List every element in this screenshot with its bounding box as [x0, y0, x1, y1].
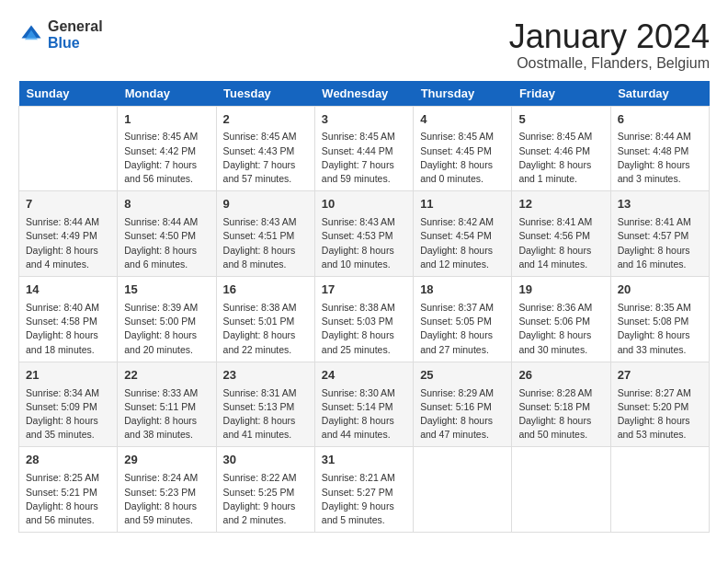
day-details: Sunrise: 8:43 AM Sunset: 4:53 PM Dayligh… — [322, 215, 406, 271]
calendar-cell: 25Sunrise: 8:29 AM Sunset: 5:16 PM Dayli… — [414, 362, 512, 447]
calendar-cell: 19Sunrise: 8:36 AM Sunset: 5:06 PM Dayli… — [512, 277, 610, 362]
calendar-cell: 22Sunrise: 8:33 AM Sunset: 5:11 PM Dayli… — [118, 362, 216, 447]
calendar-cell: 13Sunrise: 8:41 AM Sunset: 4:57 PM Dayli… — [610, 191, 709, 277]
day-details: Sunrise: 8:38 AM Sunset: 5:01 PM Dayligh… — [223, 301, 308, 357]
day-details: Sunrise: 8:27 AM Sunset: 5:20 PM Dayligh… — [618, 386, 702, 442]
day-number: 30 — [223, 452, 308, 469]
day-number: 17 — [322, 282, 406, 299]
day-details: Sunrise: 8:45 AM Sunset: 4:44 PM Dayligh… — [322, 130, 406, 186]
day-details: Sunrise: 8:37 AM Sunset: 5:05 PM Dayligh… — [420, 301, 505, 357]
week-row-1: 1Sunrise: 8:45 AM Sunset: 4:42 PM Daylig… — [19, 106, 710, 191]
day-details: Sunrise: 8:45 AM Sunset: 4:45 PM Dayligh… — [420, 130, 505, 186]
day-details: Sunrise: 8:42 AM Sunset: 4:54 PM Dayligh… — [420, 215, 505, 271]
calendar-body: 1Sunrise: 8:45 AM Sunset: 4:42 PM Daylig… — [19, 106, 710, 533]
day-details: Sunrise: 8:35 AM Sunset: 5:08 PM Dayligh… — [618, 301, 702, 357]
calendar-cell: 31Sunrise: 8:21 AM Sunset: 5:27 PM Dayli… — [314, 447, 413, 533]
week-row-2: 7Sunrise: 8:44 AM Sunset: 4:49 PM Daylig… — [19, 191, 710, 277]
day-details: Sunrise: 8:22 AM Sunset: 5:25 PM Dayligh… — [223, 471, 308, 527]
week-row-4: 21Sunrise: 8:34 AM Sunset: 5:09 PM Dayli… — [19, 362, 710, 447]
header-day-friday: Friday — [512, 81, 610, 107]
month-title: January 2024 — [509, 18, 710, 55]
day-details: Sunrise: 8:33 AM Sunset: 5:11 PM Dayligh… — [124, 386, 209, 442]
calendar-cell: 28Sunrise: 8:25 AM Sunset: 5:21 PM Dayli… — [19, 447, 118, 533]
calendar-cell — [610, 447, 709, 533]
day-number: 29 — [124, 452, 209, 469]
day-number: 5 — [518, 111, 603, 129]
calendar-cell: 26Sunrise: 8:28 AM Sunset: 5:18 PM Dayli… — [512, 362, 610, 447]
day-details: Sunrise: 8:38 AM Sunset: 5:03 PM Dayligh… — [322, 301, 406, 357]
header-day-tuesday: Tuesday — [216, 81, 314, 107]
header-row: SundayMondayTuesdayWednesdayThursdayFrid… — [19, 81, 710, 107]
week-row-3: 14Sunrise: 8:40 AM Sunset: 4:58 PM Dayli… — [19, 277, 710, 362]
day-number: 4 — [420, 111, 505, 129]
day-number: 28 — [26, 452, 110, 469]
calendar-cell: 15Sunrise: 8:39 AM Sunset: 5:00 PM Dayli… — [118, 277, 216, 362]
logo-icon — [18, 22, 44, 48]
calendar-cell — [414, 447, 512, 533]
calendar-cell: 23Sunrise: 8:31 AM Sunset: 5:13 PM Dayli… — [216, 362, 314, 447]
day-number: 7 — [26, 196, 110, 213]
day-details: Sunrise: 8:29 AM Sunset: 5:16 PM Dayligh… — [420, 386, 505, 442]
week-row-5: 28Sunrise: 8:25 AM Sunset: 5:21 PM Dayli… — [19, 447, 710, 533]
day-details: Sunrise: 8:43 AM Sunset: 4:51 PM Dayligh… — [223, 215, 308, 271]
header-day-monday: Monday — [118, 81, 216, 107]
day-number: 2 — [223, 111, 308, 129]
calendar-cell: 18Sunrise: 8:37 AM Sunset: 5:05 PM Dayli… — [414, 277, 512, 362]
calendar-cell: 4Sunrise: 8:45 AM Sunset: 4:45 PM Daylig… — [414, 106, 512, 191]
calendar-cell: 20Sunrise: 8:35 AM Sunset: 5:08 PM Dayli… — [610, 277, 709, 362]
calendar-cell: 16Sunrise: 8:38 AM Sunset: 5:01 PM Dayli… — [216, 277, 314, 362]
calendar-header: SundayMondayTuesdayWednesdayThursdayFrid… — [19, 81, 710, 107]
day-number: 10 — [322, 196, 406, 213]
calendar-cell: 17Sunrise: 8:38 AM Sunset: 5:03 PM Dayli… — [314, 277, 413, 362]
calendar-cell: 24Sunrise: 8:30 AM Sunset: 5:14 PM Dayli… — [314, 362, 413, 447]
day-details: Sunrise: 8:39 AM Sunset: 5:00 PM Dayligh… — [124, 301, 209, 357]
day-number: 31 — [322, 452, 406, 469]
header-day-sunday: Sunday — [19, 81, 118, 107]
day-details: Sunrise: 8:31 AM Sunset: 5:13 PM Dayligh… — [223, 386, 308, 442]
calendar-cell: 6Sunrise: 8:44 AM Sunset: 4:48 PM Daylig… — [610, 106, 709, 191]
day-details: Sunrise: 8:45 AM Sunset: 4:46 PM Dayligh… — [518, 130, 603, 186]
day-number: 14 — [26, 282, 110, 299]
day-number: 11 — [420, 196, 505, 213]
day-details: Sunrise: 8:45 AM Sunset: 4:43 PM Dayligh… — [223, 130, 308, 186]
day-number: 26 — [518, 367, 603, 385]
day-number: 20 — [618, 282, 702, 299]
day-details: Sunrise: 8:36 AM Sunset: 5:06 PM Dayligh… — [518, 301, 603, 357]
logo-general-text: General — [48, 18, 103, 35]
day-number: 8 — [124, 196, 209, 213]
day-details: Sunrise: 8:45 AM Sunset: 4:42 PM Dayligh… — [124, 130, 209, 186]
title-section: January 2024 Oostmalle, Flanders, Belgiu… — [509, 18, 710, 72]
day-details: Sunrise: 8:34 AM Sunset: 5:09 PM Dayligh… — [26, 386, 110, 442]
header-day-saturday: Saturday — [610, 81, 709, 107]
day-details: Sunrise: 8:25 AM Sunset: 5:21 PM Dayligh… — [26, 471, 110, 527]
day-number: 23 — [223, 367, 308, 385]
day-number: 3 — [322, 111, 406, 129]
calendar-cell: 7Sunrise: 8:44 AM Sunset: 4:49 PM Daylig… — [19, 191, 118, 277]
day-details: Sunrise: 8:44 AM Sunset: 4:49 PM Dayligh… — [26, 215, 110, 271]
day-number: 27 — [618, 367, 702, 385]
day-details: Sunrise: 8:41 AM Sunset: 4:56 PM Dayligh… — [518, 215, 603, 271]
header-day-wednesday: Wednesday — [314, 81, 413, 107]
day-number: 25 — [420, 367, 505, 385]
calendar-cell: 5Sunrise: 8:45 AM Sunset: 4:46 PM Daylig… — [512, 106, 610, 191]
calendar-cell: 10Sunrise: 8:43 AM Sunset: 4:53 PM Dayli… — [314, 191, 413, 277]
calendar-cell — [512, 447, 610, 533]
day-number: 19 — [518, 282, 603, 299]
day-number: 16 — [223, 282, 308, 299]
header-day-thursday: Thursday — [414, 81, 512, 107]
calendar-cell: 3Sunrise: 8:45 AM Sunset: 4:44 PM Daylig… — [314, 106, 413, 191]
day-details: Sunrise: 8:44 AM Sunset: 4:50 PM Dayligh… — [124, 215, 209, 271]
calendar-cell: 12Sunrise: 8:41 AM Sunset: 4:56 PM Dayli… — [512, 191, 610, 277]
calendar-cell: 8Sunrise: 8:44 AM Sunset: 4:50 PM Daylig… — [118, 191, 216, 277]
day-details: Sunrise: 8:40 AM Sunset: 4:58 PM Dayligh… — [26, 301, 110, 357]
day-details: Sunrise: 8:21 AM Sunset: 5:27 PM Dayligh… — [322, 471, 406, 527]
calendar-cell: 29Sunrise: 8:24 AM Sunset: 5:23 PM Dayli… — [118, 447, 216, 533]
calendar-cell: 21Sunrise: 8:34 AM Sunset: 5:09 PM Dayli… — [19, 362, 118, 447]
calendar-cell: 1Sunrise: 8:45 AM Sunset: 4:42 PM Daylig… — [118, 106, 216, 191]
day-details: Sunrise: 8:28 AM Sunset: 5:18 PM Dayligh… — [518, 386, 603, 442]
day-number: 22 — [124, 367, 209, 385]
day-number: 13 — [618, 196, 702, 213]
location-subtitle: Oostmalle, Flanders, Belgium — [509, 55, 710, 72]
day-number: 12 — [518, 196, 603, 213]
day-number: 1 — [124, 111, 209, 129]
